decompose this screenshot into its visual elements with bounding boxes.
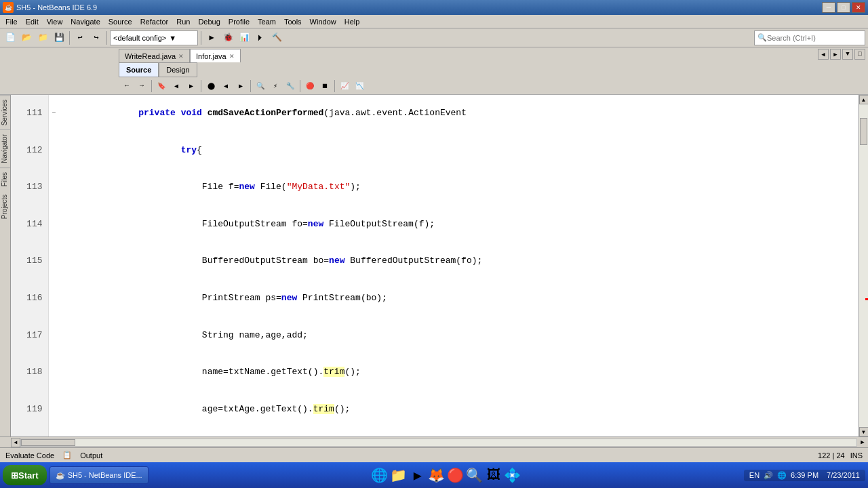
toggle-breakpoint-button[interactable]: ⬤ [204, 79, 218, 93]
line-code[interactable]: name=txtName.getText().trim(); [59, 354, 859, 391]
ie-icon[interactable]: 🌐 [372, 467, 388, 483]
menu-file[interactable]: File [1, 16, 22, 27]
scroll-track[interactable] [859, 104, 868, 427]
menu-view[interactable]: View [43, 16, 67, 27]
stop-button[interactable]: ⏹ [318, 79, 332, 93]
history-back-button[interactable]: ← [120, 79, 134, 93]
scroll-left-button[interactable]: ◀ [11, 438, 20, 447]
h-scroll-track[interactable] [20, 439, 857, 447]
vertical-scrollbar[interactable]: ▲ ▼ [859, 95, 868, 436]
code-action2[interactable]: 🔧 [283, 79, 297, 93]
tab-next-button[interactable]: ▶ [830, 49, 841, 60]
toolbar-action1[interactable]: 📈 [338, 79, 351, 93]
line-code[interactable]: private void cmdSaveActionPerformed(java… [59, 95, 859, 132]
sidebar-files[interactable]: Files [0, 167, 10, 190]
menu-navigate[interactable]: Navigate [66, 16, 104, 27]
save-button[interactable]: 💾 [52, 30, 66, 45]
menu-source[interactable]: Source [104, 16, 136, 27]
menu-refactor[interactable]: Refactor [136, 16, 173, 27]
explorer-icon[interactable]: 📁 [391, 467, 407, 483]
run-button[interactable]: ⏵ [253, 30, 268, 45]
code-editor[interactable]: 111 − private void cmdSaveActionPerforme… [11, 95, 868, 436]
build-button[interactable]: 🔨 [269, 30, 284, 45]
tab-infor[interactable]: Infor.java ✕ [190, 49, 241, 62]
run-main-button[interactable]: ▶ [204, 30, 219, 45]
menu-run[interactable]: Run [172, 16, 194, 27]
line-code[interactable]: String name,age,add; [59, 317, 859, 354]
search-box[interactable]: 🔍 [754, 30, 865, 45]
scroll-thumb[interactable] [860, 118, 867, 145]
line-code[interactable]: FileOutputStream fo=new FileOutputStream… [59, 206, 859, 243]
design-tab[interactable]: Design [159, 62, 197, 77]
sidebar-navigator[interactable]: Navigator [0, 129, 10, 167]
menu-help[interactable]: Help [340, 16, 364, 27]
tab-maximize-button[interactable]: □ [854, 49, 865, 60]
line-code[interactable]: add=txtAdd.getText().trim(); [59, 428, 859, 436]
redo-button[interactable]: ↪ [89, 30, 104, 45]
menu-team[interactable]: Team [254, 16, 280, 27]
sidebar-services[interactable]: Services [0, 95, 10, 129]
menu-debug[interactable]: Debug [194, 16, 224, 27]
search-input[interactable] [767, 34, 862, 42]
line-code[interactable]: age=txtAge.getText().trim(); [59, 391, 859, 428]
menu-window[interactable]: Window [306, 16, 340, 27]
unknown-icon1[interactable]: 🔴 [448, 467, 464, 483]
line-code[interactable]: try{ [59, 132, 859, 169]
media-icon[interactable]: ▶ [410, 467, 426, 483]
scroll-up-button[interactable]: ▲ [859, 95, 869, 104]
search-code-button[interactable]: 🔍 [254, 79, 267, 93]
toggle-bookmark-button[interactable]: 🔖 [155, 79, 168, 93]
unknown-icon3[interactable]: 💠 [505, 467, 521, 483]
line-code[interactable]: File f=new File("MyData.txt"); [59, 169, 859, 206]
toolbar-action2[interactable]: 📉 [353, 79, 366, 93]
scroll-down-button[interactable]: ▼ [859, 427, 869, 436]
open-project-button[interactable]: 📂 [19, 30, 34, 45]
tab-writeread[interactable]: WriteRead.java ✕ [119, 49, 190, 62]
menu-edit[interactable]: Edit [22, 16, 43, 27]
code-action1[interactable]: ⚡ [269, 79, 282, 93]
sidebar-projects[interactable]: Projects [0, 190, 10, 223]
tab-list-button[interactable]: ▼ [842, 49, 853, 60]
tab-close-infor[interactable]: ✕ [229, 53, 235, 60]
open-file-button[interactable]: 📁 [35, 30, 50, 45]
undo-button[interactable]: ↩ [73, 30, 87, 45]
menu-tools[interactable]: Tools [280, 16, 306, 27]
scrollbar-left-spacer [0, 437, 11, 447]
tab-close-writeread[interactable]: ✕ [178, 53, 184, 60]
output-label[interactable]: Output [80, 451, 102, 460]
photoshop-icon[interactable]: 🖼 [486, 467, 502, 483]
source-tab[interactable]: Source [119, 62, 159, 77]
horizontal-scrollbar[interactable]: ◀ ▶ [11, 437, 868, 447]
maximize-button[interactable]: □ [837, 2, 850, 13]
next-breakpoint-button[interactable]: ▶ [234, 79, 248, 93]
toggle-error-button[interactable]: 🔴 [303, 79, 317, 93]
debug-main-button[interactable]: 🐞 [220, 30, 235, 45]
fold-indicator[interactable]: − [48, 95, 59, 132]
firefox-icon[interactable]: 🦊 [429, 467, 445, 483]
profile-main-button[interactable]: 📊 [237, 30, 252, 45]
line-code[interactable]: BufferedOutputStream bo=new BufferedOutp… [59, 243, 859, 280]
scroll-right-button[interactable]: ▶ [857, 439, 868, 446]
start-button[interactable]: ⊞ Start [3, 465, 47, 485]
menu-profile[interactable]: Profile [224, 16, 254, 27]
new-project-button[interactable]: 📄 [3, 30, 18, 45]
toolbar-sep-1 [69, 31, 70, 45]
line-number: 112 [11, 132, 48, 169]
close-button[interactable]: ✕ [852, 2, 865, 13]
history-fwd-button[interactable]: → [135, 79, 149, 93]
status-bar: Evaluate Code 📋 Output 122 | 24 INS [0, 447, 868, 462]
evaluate-code[interactable]: Evaluate Code [5, 451, 54, 460]
taskbar-app-netbeans[interactable]: ☕ SH5 - NetBeans IDE... [50, 466, 149, 484]
unknown-icon2[interactable]: 🔍 [467, 467, 483, 483]
minimize-button[interactable]: ─ [822, 2, 835, 13]
h-scroll-thumb[interactable] [21, 439, 75, 446]
line-code[interactable]: PrintStream ps=new PrintStream(bo); [59, 280, 859, 317]
prev-bookmark-button[interactable]: ◀ [170, 79, 183, 93]
cursor-position: 122 | 24 [818, 451, 845, 460]
next-bookmark-button[interactable]: ▶ [184, 79, 198, 93]
prev-breakpoint-button[interactable]: ◀ [219, 79, 233, 93]
code-scroll[interactable]: 111 − private void cmdSaveActionPerforme… [11, 95, 859, 436]
config-dropdown[interactable]: <default config> ▼ [110, 30, 198, 45]
line-number: 114 [11, 206, 48, 243]
tab-prev-button[interactable]: ◀ [818, 49, 829, 60]
